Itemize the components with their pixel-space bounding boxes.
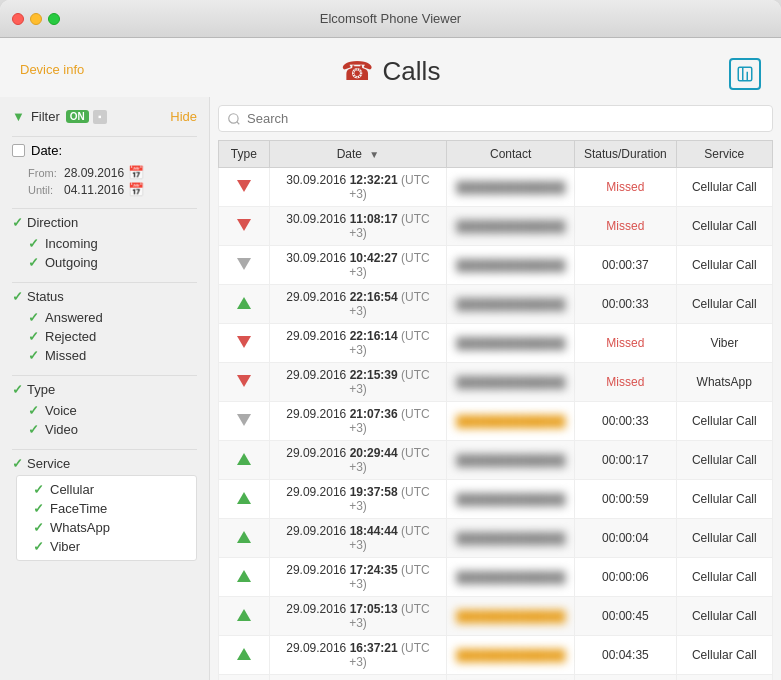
table-row[interactable]: 29.09.2016 19:37:58 (UTC +3)████████████… [219,480,773,519]
filter-bar: ▼ Filter ON ▪ Hide [12,109,197,124]
toggle-bullet[interactable]: ▪ [93,110,107,124]
table-row[interactable]: 30.09.2016 11:08:17 (UTC +3)████████████… [219,207,773,246]
cell-service: Cellular Call [676,597,772,636]
call-type-arrow [237,258,251,270]
cell-status: 00:00:45 [575,597,676,636]
filter-toggle-on[interactable]: ON [66,110,89,123]
cell-type [219,168,270,207]
col-type[interactable]: Type [219,141,270,168]
table-row[interactable]: 29.09.2016 17:24:35 (UTC +3)████████████… [219,558,773,597]
cell-date: 29.09.2016 15:40:30 (UTC +3) [269,675,447,681]
cell-date: 29.09.2016 22:16:14 (UTC +3) [269,324,447,363]
col-service[interactable]: Service [676,141,772,168]
type-video[interactable]: ✓ Video [12,420,197,439]
table-row[interactable]: 29.09.2016 16:37:21 (UTC +3)████████████… [219,636,773,675]
video-check: ✓ [28,422,39,437]
direction-header: ✓ Direction [12,215,197,230]
contact-value: ██████████████ [456,298,565,310]
whatsapp-check: ✓ [33,520,44,535]
date-checkbox[interactable] [12,144,25,157]
cell-service: Cellular Call [676,207,772,246]
answered-label: Answered [45,310,103,325]
table-row[interactable]: 29.09.2016 22:15:39 (UTC +3)████████████… [219,363,773,402]
missed-check: ✓ [28,348,39,363]
type-section: ✓ Type ✓ Voice ✓ Video [12,382,197,439]
viber-check: ✓ [33,539,44,554]
status-rejected[interactable]: ✓ Rejected [12,327,197,346]
maximize-button[interactable] [48,13,60,25]
service-label: Service [27,456,70,471]
table-wrapper[interactable]: Type Date ▼ Contact Status/Duration Serv… [218,140,773,680]
cell-type [219,324,270,363]
call-type-arrow [237,180,251,192]
table-row[interactable]: 30.09.2016 12:32:21 (UTC +3)████████████… [219,168,773,207]
device-info-link[interactable]: Device info [20,62,84,77]
from-calendar-icon[interactable]: 📅 [128,165,144,180]
status-answered[interactable]: ✓ Answered [12,308,197,327]
cell-type [219,207,270,246]
incoming-check: ✓ [28,236,39,251]
voice-label: Voice [45,403,77,418]
until-value: 04.11.2016 [64,183,124,197]
from-label: From: [28,167,60,179]
direction-section: ✓ Direction ✓ Incoming ✓ Outgoing [12,215,197,272]
main-window: Elcomsoft Phone Viewer Device info ☎ Cal… [0,0,781,680]
table-row[interactable]: 29.09.2016 18:44:44 (UTC +3)████████████… [219,519,773,558]
cell-contact: ██████████████ [447,675,575,681]
until-calendar-icon[interactable]: 📅 [128,182,144,197]
cell-date: 30.09.2016 10:42:27 (UTC +3) [269,246,447,285]
status-section: ✓ Status ✓ Answered ✓ Rejected ✓ Missed [12,289,197,365]
contact-value: ██████████████ [456,259,565,271]
status-missed[interactable]: ✓ Missed [12,346,197,365]
table-row[interactable]: 29.09.2016 15:40:30 (UTC +3)████████████… [219,675,773,681]
call-type-arrow [237,297,251,309]
filter-label: Filter [31,109,60,124]
date-section: Date: From: 28.09.2016 📅 Until: 04.11.20… [12,143,197,198]
type-label: Type [27,382,55,397]
cell-service: Cellular Call [676,636,772,675]
cell-contact: ██████████████ [447,207,575,246]
date-header: Date: [12,143,197,158]
table-row[interactable]: 29.09.2016 22:16:14 (UTC +3)████████████… [219,324,773,363]
table-row[interactable]: 29.09.2016 21:07:36 (UTC +3)████████████… [219,402,773,441]
cell-date: 29.09.2016 22:16:54 (UTC +3) [269,285,447,324]
service-cellular[interactable]: ✓ Cellular [17,480,196,499]
direction-incoming[interactable]: ✓ Incoming [12,234,197,253]
cell-contact: ██████████████ [447,636,575,675]
table-row[interactable]: 29.09.2016 20:29:44 (UTC +3)████████████… [219,441,773,480]
minimize-button[interactable] [30,13,42,25]
cell-contact: ██████████████ [447,324,575,363]
hide-link[interactable]: Hide [170,109,197,124]
col-contact[interactable]: Contact [447,141,575,168]
search-input[interactable] [218,105,773,132]
cell-type [219,558,270,597]
table-row[interactable]: 30.09.2016 10:42:27 (UTC +3)████████████… [219,246,773,285]
call-type-arrow [237,492,251,504]
sidebar: ▼ Filter ON ▪ Hide Date: From: 28.09.201… [0,97,210,680]
type-check: ✓ [12,382,23,397]
cell-status: Missed [575,207,676,246]
service-whatsapp[interactable]: ✓ WhatsApp [17,518,196,537]
outgoing-check: ✓ [28,255,39,270]
export-button[interactable] [729,58,761,90]
service-facetime[interactable]: ✓ FaceTime [17,499,196,518]
call-type-arrow [237,336,251,348]
table-row[interactable]: 29.09.2016 22:16:54 (UTC +3)████████████… [219,285,773,324]
table-row[interactable]: 29.09.2016 17:05:13 (UTC +3)████████████… [219,597,773,636]
col-date[interactable]: Date ▼ [269,141,447,168]
cell-date: 30.09.2016 11:08:17 (UTC +3) [269,207,447,246]
page-title-group: ☎ Calls [341,56,441,87]
outgoing-label: Outgoing [45,255,98,270]
col-status[interactable]: Status/Duration [575,141,676,168]
type-voice[interactable]: ✓ Voice [12,401,197,420]
page-header: Device info ☎ Calls [0,38,781,97]
cell-type [219,519,270,558]
missed-label: Missed [45,348,86,363]
incoming-label: Incoming [45,236,98,251]
cell-status: 00:04:35 [575,636,676,675]
cell-date: 29.09.2016 17:24:35 (UTC +3) [269,558,447,597]
cell-status: Missed [575,324,676,363]
close-button[interactable] [12,13,24,25]
direction-outgoing[interactable]: ✓ Outgoing [12,253,197,272]
service-viber[interactable]: ✓ Viber [17,537,196,556]
